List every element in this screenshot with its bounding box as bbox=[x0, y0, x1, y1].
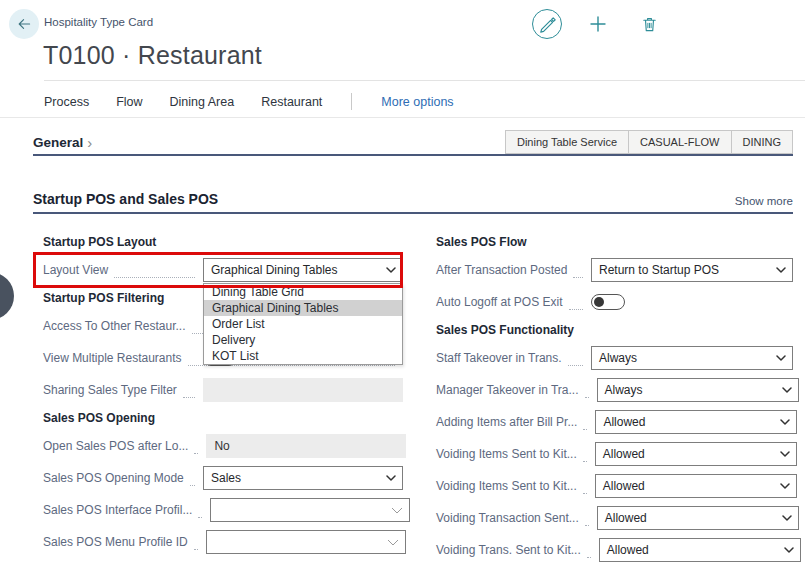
adding-items-select[interactable]: Allowed bbox=[595, 410, 797, 434]
page-title: T0100 · Restaurant bbox=[43, 41, 262, 70]
layout-view-dropdown-list: Dining Table Grid Graphical Dining Table… bbox=[203, 283, 403, 365]
chevron-right-icon: › bbox=[87, 138, 92, 148]
layout-view-label: Layout View bbox=[43, 263, 108, 277]
header-actions bbox=[531, 8, 665, 40]
more-options-link[interactable]: More options bbox=[381, 95, 453, 109]
edit-button[interactable] bbox=[531, 8, 563, 40]
badge-casual-flow[interactable]: CASUAL-FLOW bbox=[628, 130, 731, 154]
dotted-leader bbox=[198, 503, 202, 518]
dotted-leader bbox=[183, 383, 195, 398]
field-row-sales-pos-interface-profile: Sales POS Interface Profil... bbox=[33, 498, 403, 522]
adding-items-label: Adding Items after Bill Pr... bbox=[436, 415, 577, 429]
field-row-sales-pos-opening-mode: Sales POS Opening Mode Sales bbox=[33, 466, 403, 490]
menu-item-process[interactable]: Process bbox=[44, 95, 89, 109]
field-row-auto-logoff: Auto Logoff at POS Exit bbox=[426, 290, 793, 314]
field-row-open-sales-pos-after-logon: Open Sales POS after Lo... No bbox=[33, 434, 403, 458]
voiding-trans-kitchen-select[interactable]: Allowed bbox=[599, 538, 801, 562]
startup-pos-section-header: Startup POS and Sales POS Show more bbox=[33, 190, 793, 214]
form-left-column: Startup POS Layout Layout View Graphical… bbox=[33, 232, 403, 570]
layout-view-select[interactable]: Graphical Dining Tables bbox=[203, 258, 403, 282]
dropdown-option-kot-list[interactable]: KOT List bbox=[204, 348, 402, 364]
voiding-items-2-label: Voiding Items Sent to Kit... bbox=[436, 479, 577, 493]
header-divider bbox=[44, 80, 805, 81]
field-row-after-transaction-posted: After Transaction Posted Return to Start… bbox=[426, 258, 793, 282]
left-edge-panel-handle[interactable] bbox=[0, 272, 14, 320]
menu-divider-line bbox=[0, 117, 805, 118]
dotted-leader bbox=[568, 351, 583, 366]
interface-profile-lookup[interactable] bbox=[210, 498, 410, 522]
general-fasttab-header: General › Dining Table Service CASUAL-FL… bbox=[33, 130, 793, 156]
menu-profile-label: Sales POS Menu Profile ID bbox=[43, 535, 188, 549]
voiding-transaction-select[interactable]: Allowed bbox=[597, 506, 799, 530]
delete-button[interactable] bbox=[633, 8, 665, 40]
badge-dining[interactable]: DINING bbox=[731, 130, 794, 154]
field-row-voiding-items-1: Voiding Items Sent to Kit... Allowed bbox=[426, 442, 793, 466]
voiding-items-1-select[interactable]: Allowed bbox=[595, 442, 797, 466]
dotted-leader bbox=[583, 447, 587, 462]
menu-item-flow[interactable]: Flow bbox=[116, 95, 142, 109]
dotted-leader bbox=[583, 415, 587, 430]
open-after-field: No bbox=[206, 434, 406, 458]
dotted-leader bbox=[585, 383, 589, 398]
sharing-filter-field bbox=[203, 378, 403, 402]
field-row-voiding-trans-kitchen: Voiding Trans. Sent to Kit... Allowed bbox=[426, 538, 793, 562]
voiding-trans-kitchen-label: Voiding Trans. Sent to Kit... bbox=[436, 543, 581, 557]
field-row-voiding-items-2: Voiding Items Sent to Kit... Allowed bbox=[426, 474, 793, 498]
voiding-items-1-label: Voiding Items Sent to Kit... bbox=[436, 447, 577, 461]
field-row-layout-view: Layout View Graphical Dining Tables Dini… bbox=[33, 258, 403, 282]
group-sales-pos-functionality: Sales POS Functionality bbox=[426, 322, 793, 338]
dotted-leader bbox=[569, 295, 583, 310]
field-row-adding-items: Adding Items after Bill Pr... Allowed bbox=[426, 410, 793, 434]
manager-takeover-select[interactable]: Always bbox=[597, 378, 799, 402]
badge-dining-table-service[interactable]: Dining Table Service bbox=[505, 130, 629, 154]
after-transaction-label: After Transaction Posted bbox=[436, 263, 567, 277]
dropdown-option-order-list[interactable]: Order List bbox=[204, 316, 402, 332]
opening-mode-label: Sales POS Opening Mode bbox=[43, 471, 184, 485]
dotted-leader bbox=[190, 471, 195, 486]
interface-profile-label: Sales POS Interface Profil... bbox=[43, 503, 192, 517]
action-menu-bar: Process Flow Dining Area Restaurant More… bbox=[44, 93, 454, 110]
staff-takeover-select[interactable]: Always bbox=[591, 346, 793, 370]
auto-logoff-toggle[interactable] bbox=[591, 294, 625, 310]
section-title: Startup POS and Sales POS bbox=[33, 191, 218, 212]
trash-icon bbox=[640, 15, 659, 34]
field-row-staff-takeover: Staff Takeover in Trans. Always bbox=[426, 346, 793, 370]
back-arrow-icon bbox=[16, 16, 32, 32]
voiding-items-2-select[interactable]: Allowed bbox=[595, 474, 797, 498]
group-sales-pos-flow: Sales POS Flow bbox=[426, 234, 793, 250]
group-startup-pos-layout: Startup POS Layout bbox=[33, 234, 403, 250]
sharing-filter-label: Sharing Sales Type Filter bbox=[43, 383, 177, 397]
hospitality-type-card-page: Hospitality Type Card T0100 · Restaurant bbox=[0, 0, 805, 572]
general-fasttab-toggle[interactable]: General › bbox=[33, 135, 92, 154]
plus-icon bbox=[588, 14, 608, 34]
field-row-sharing-sales-type-filter: Sharing Sales Type Filter bbox=[33, 378, 403, 402]
opening-mode-select[interactable]: Sales bbox=[203, 466, 403, 490]
view-multiple-label: View Multiple Restaurants bbox=[43, 351, 182, 365]
access-other-label: Access To Other Restaur... bbox=[43, 319, 186, 333]
add-button[interactable] bbox=[582, 8, 614, 40]
menu-item-dining-area[interactable]: Dining Area bbox=[170, 95, 235, 109]
staff-takeover-label: Staff Takeover in Trans. bbox=[436, 351, 562, 365]
dropdown-option-delivery[interactable]: Delivery bbox=[204, 332, 402, 348]
layout-view-value: Graphical Dining Tables bbox=[211, 263, 338, 277]
back-button[interactable] bbox=[9, 9, 39, 39]
manager-takeover-label: Manager Takeover in Tra... bbox=[436, 383, 579, 397]
general-title: General bbox=[33, 135, 83, 150]
menu-profile-lookup[interactable] bbox=[206, 530, 406, 554]
dropdown-option-dining-table-grid[interactable]: Dining Table Grid bbox=[204, 284, 402, 300]
voiding-transaction-label: Voiding Transaction Sent... bbox=[436, 511, 579, 525]
dropdown-option-graphical-dining-tables[interactable]: Graphical Dining Tables bbox=[204, 300, 402, 316]
menu-item-restaurant[interactable]: Restaurant bbox=[261, 95, 322, 109]
dotted-leader bbox=[194, 535, 198, 550]
dotted-leader bbox=[114, 263, 195, 278]
breadcrumb[interactable]: Hospitality Type Card bbox=[44, 16, 153, 28]
open-after-label: Open Sales POS after Lo... bbox=[43, 439, 188, 453]
after-transaction-select[interactable]: Return to Startup POS bbox=[591, 258, 793, 282]
form-right-column: Sales POS Flow After Transaction Posted … bbox=[426, 232, 793, 570]
dotted-leader bbox=[194, 439, 198, 454]
field-row-sales-pos-menu-profile-id: Sales POS Menu Profile ID bbox=[33, 530, 403, 554]
show-more-link[interactable]: Show more bbox=[735, 195, 793, 212]
dotted-leader bbox=[585, 511, 589, 526]
pencil-icon bbox=[531, 8, 563, 40]
group-sales-pos-opening: Sales POS Opening bbox=[33, 410, 403, 426]
